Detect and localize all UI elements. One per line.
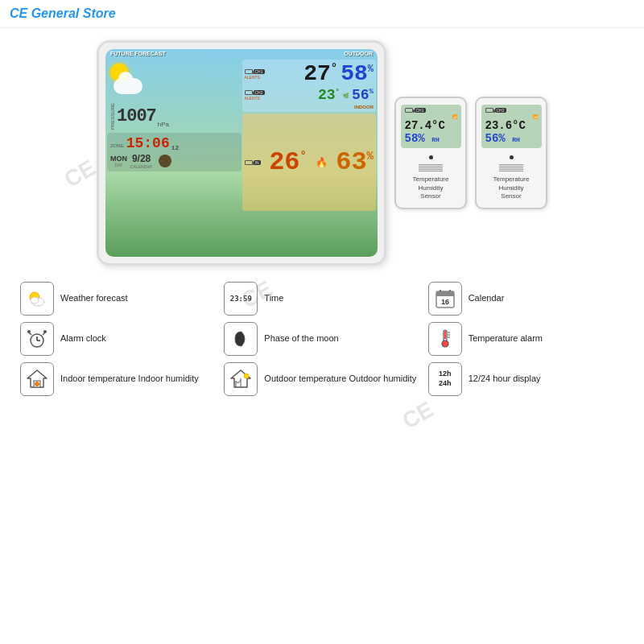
moon-phase-text: Phase of the moon: [264, 332, 338, 345]
outdoor-row2: CH2 ALERTS 23° 🌿 56%: [245, 87, 374, 103]
sensor2-humidity: 56% RH: [485, 132, 538, 145]
alert-text1: ALERTS: [245, 75, 265, 80]
calendar-key: CALENDAR: [130, 164, 152, 169]
feature-alarm-clock: Alarm clock: [20, 322, 216, 356]
station-screen: FUTURE FORECAST OUTDOOR: [105, 49, 378, 257]
feature-calendar: 16 Calendar: [428, 282, 624, 316]
outdoor-row1: CH1 ALERTS 27° 58%: [245, 63, 374, 85]
pressure-area: PRESSURE 1007 hPa: [107, 101, 242, 131]
weather-forecast-text: Weather forecast: [60, 292, 128, 304]
svg-point-2: [31, 297, 39, 303]
cloud-shape: [114, 78, 142, 94]
features-grid: Weather forecast 23:59 Time 16 Calend: [20, 282, 624, 396]
alarm-clock-icon: [27, 328, 47, 349]
indoor-section: IN 26° 🔥 63%: [242, 114, 377, 211]
svg-point-15: [43, 330, 47, 333]
sensor2-label: TemperatureHumiditySensor: [493, 175, 530, 200]
main-weather-station: FUTURE FORECAST OUTDOOR: [97, 40, 386, 266]
channel-badge2: CH2: [254, 90, 265, 95]
house-indoor-icon: [26, 368, 48, 390]
sensor1-top: CH1: [405, 108, 457, 113]
future-forecast-label: FUTURE FORECAST: [110, 51, 166, 56]
battery-icon2: [245, 90, 253, 95]
outdoor-humidity2: 56%: [352, 87, 374, 103]
hour-display-icon-box: 12h 24h: [428, 362, 462, 396]
outdoor-battery2: CH2: [245, 90, 265, 95]
sensor2-top: CH2: [485, 108, 538, 113]
sensor1: CH1 📶 27.4°C 58% RH TemperatureHumidityS…: [394, 97, 467, 208]
outdoor-temp-icon-box: [224, 362, 258, 396]
indoor-humidity: 63%: [336, 150, 374, 175]
right-panel: CH1 ALERTS 27° 58%: [242, 60, 377, 211]
sensor2-dot: [510, 155, 514, 159]
svg-rect-17: [444, 331, 446, 339]
feature-hour-display: 12h 24h 12/24 hour display: [428, 362, 624, 396]
header: CE General Store: [0, 0, 644, 28]
outdoor-label: OUTDOOR: [344, 51, 373, 56]
moon-indicator: [159, 155, 171, 167]
date-value: 9/28: [132, 153, 151, 164]
feature-moon-phase: Phase of the moon: [224, 322, 419, 356]
sensor1-ch: CH1: [415, 108, 426, 113]
sensor1-label: TemperatureHumiditySensor: [413, 175, 449, 200]
indoor-temp-icon-box: [20, 362, 54, 396]
sensor1-humidity: 58% RH: [405, 132, 457, 145]
sensor2-temp: 23.6°C: [485, 119, 538, 132]
screen-grid: PRESSURE 1007 hPa ZONE 15:06 12: [105, 58, 378, 253]
time-date-area: ZONE 15:06 12 MON DAY: [107, 133, 242, 171]
hour-line1: 12h: [439, 369, 452, 379]
calendar-icon-box: 16: [428, 282, 462, 316]
pressure-label: PRESSURE: [110, 103, 115, 130]
alarm-clock-icon-box: [20, 322, 54, 356]
sensor2-screen: CH2 📶 23.6°C 56% RH: [481, 105, 542, 148]
svg-rect-5: [436, 295, 454, 296]
thermometer-alarm-icon: [437, 328, 453, 349]
sensor2-rh: RH: [512, 136, 520, 143]
left-panel: PRESSURE 1007 hPa ZONE 15:06 12: [107, 60, 242, 211]
time-format: 12: [171, 144, 180, 151]
svg-point-14: [27, 330, 31, 333]
weather-forecast-icon-box: [20, 282, 54, 316]
hour-line2: 24h: [439, 379, 452, 389]
time-display: 15:06 12: [126, 135, 180, 151]
house-outdoor-icon: [229, 368, 252, 390]
device-area: FUTURE FORECAST OUTDOOR: [0, 32, 644, 274]
outdoor-alerts: CH1 ALERTS: [245, 69, 265, 80]
date-display: MON DAY 9/28 CALENDAR: [110, 153, 238, 169]
outdoor-alerts2: CH2 ALERTS: [245, 90, 265, 101]
outdoor-temp1: 27°: [303, 63, 337, 85]
sensor1-speaker: [419, 164, 443, 171]
indoor-temp: 26°: [269, 150, 307, 175]
channel-badge3: IN: [254, 160, 261, 165]
feature-time: 23:59 Time: [224, 282, 419, 316]
zone-label: ZONE: [110, 143, 124, 148]
time-icon-box: 23:59: [224, 282, 258, 316]
sun-cloud-icon: [110, 64, 151, 96]
screen-top-bar: FUTURE FORECAST OUTDOOR: [105, 49, 378, 58]
sensor2-battery: [485, 108, 493, 113]
store-title: CE General Store: [10, 6, 116, 20]
indoor-temp-text: Indoor temperature Indoor humidity: [60, 373, 199, 385]
pressure-unit: hPa: [158, 121, 169, 128]
indoor-label: INDOOR: [245, 105, 374, 109]
svg-point-30: [244, 374, 249, 378]
features-section: Weather forecast 23:59 Time 16 Calend: [0, 274, 644, 404]
sensor2-speaker: [499, 164, 523, 171]
weather-forecast-icon: [27, 290, 47, 308]
battery-icon1: [245, 69, 253, 74]
outdoor-temp-humidity-row1: 27° 58%: [265, 63, 374, 85]
indoor-row: IN 26° 🔥 63%: [245, 150, 374, 175]
svg-text:16: 16: [441, 298, 449, 306]
feature-indoor-temp: Indoor temperature Indoor humidity: [20, 362, 216, 396]
temp-alarm-text: Temperature alarm: [469, 332, 543, 345]
moon-phase-icon-box: [224, 322, 258, 356]
alarm-clock-text: Alarm clock: [60, 332, 106, 345]
sensor2-ch: CH2: [495, 108, 506, 113]
tree-icon: 🌿: [343, 93, 349, 98]
time-icon-text: 23:59: [230, 295, 252, 303]
sensor1-dot: [429, 155, 433, 159]
outdoor-temp-text: Outdoor temperature Outdoor humidity: [264, 373, 416, 385]
sensor1-battery: [405, 108, 413, 113]
alert-text2: ALERTS: [245, 96, 265, 101]
sensor1-temp: 27.4°C: [405, 119, 457, 132]
